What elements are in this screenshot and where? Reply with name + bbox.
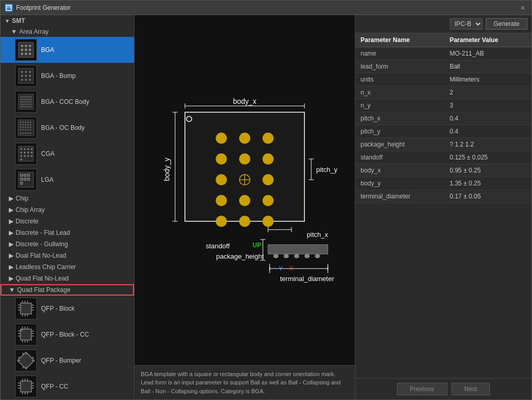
sidebar-item-qfp-block-cc[interactable]: QFP - Block - CC: [1, 322, 134, 348]
svg-point-170: [263, 133, 273, 143]
previous-button[interactable]: Previous: [397, 383, 447, 395]
svg-point-75: [22, 127, 24, 128]
description-text: BGA template with a square or rectangula…: [141, 371, 341, 394]
svg-point-61: [30, 106, 32, 108]
area-array-group[interactable]: ▼ Area Array: [1, 26, 134, 37]
sidebar-item-qfp-cc[interactable]: QFP - CC: [1, 374, 134, 399]
svg-point-67: [27, 122, 29, 123]
svg-rect-139: [24, 340, 25, 342]
sidebar-item-label-qfp-cc: QFP - CC: [41, 383, 68, 390]
param-value-cell: Millimeters: [444, 73, 531, 86]
param-value-cell: 0.4: [444, 112, 531, 125]
bga-oc-thumbnail: [15, 117, 37, 139]
svg-point-180: [240, 195, 250, 206]
svg-rect-138: [22, 340, 23, 342]
sidebar-category-dual-flat[interactable]: ▶ Dual Flat No-Lead: [1, 250, 134, 261]
svg-point-208: [315, 254, 320, 258]
param-name-cell: name: [355, 47, 444, 60]
svg-rect-99: [21, 155, 22, 157]
qfp-block-thumbnail: [15, 298, 37, 319]
svg-point-184: [263, 216, 273, 226]
discrete-gullwing-arrow: ▶: [9, 241, 14, 248]
svg-point-58: [24, 106, 26, 108]
dual-flat-arrow: ▶: [9, 252, 14, 259]
svg-rect-92: [24, 149, 25, 150]
svg-point-49: [30, 101, 32, 103]
svg-point-204: [273, 254, 278, 258]
quad-flat-package-arrow: ▼: [9, 286, 15, 294]
svg-point-88: [30, 132, 31, 134]
svg-point-60: [28, 106, 30, 108]
svg-point-2: [7, 6, 8, 7]
qfp-cc-thumbnail: [15, 376, 37, 397]
sidebar-item-cga[interactable]: CGA: [1, 141, 134, 167]
svg-rect-125: [24, 314, 25, 316]
svg-point-84: [20, 132, 21, 134]
param-value-cell: 0.17 ± 0.05: [444, 190, 531, 203]
svg-rect-145: [18, 360, 20, 361]
svg-rect-114: [21, 303, 32, 314]
sidebar-item-bga-coc[interactable]: BGA - COC Body: [1, 89, 134, 115]
next-button[interactable]: Next: [451, 383, 490, 395]
sidebar-category-leadless[interactable]: ▶ Leadless Chip Carrier: [1, 261, 134, 273]
sidebar-item-qfp-bumper[interactable]: QFP - Bumper: [1, 348, 134, 374]
left-panel: ▼ SMT ▼ Area Array: [1, 15, 135, 399]
sidebar-item-bga-bump[interactable]: BGA - Bump: [1, 63, 134, 89]
standard-select[interactable]: IPC-B IPC-A IPC-C: [450, 18, 483, 30]
app-icon: [5, 4, 13, 12]
svg-point-69: [20, 124, 21, 126]
svg-rect-124: [22, 314, 23, 316]
sidebar-category-discrete-gullwing[interactable]: ▶ Discrete - Gullwing: [1, 238, 134, 250]
svg-rect-132: [31, 330, 34, 331]
svg-point-172: [240, 154, 250, 164]
svg-point-52: [24, 103, 26, 105]
svg-rect-126: [27, 314, 28, 316]
svg-rect-98: [31, 152, 33, 153]
generate-button[interactable]: Generate: [486, 18, 527, 30]
sidebar-category-quad-flat-no-lead[interactable]: ▶ Quad Flat No-Lead: [1, 273, 134, 284]
svg-rect-120: [31, 310, 34, 311]
svg-rect-148: [22, 353, 23, 355]
leadless-label: Leadless Chip Carrier: [16, 263, 76, 271]
window-title: Footprint Generator: [16, 4, 71, 11]
svg-point-206: [294, 254, 299, 258]
sidebar-item-bga-oc[interactable]: BGA - OC Body: [1, 115, 134, 141]
svg-rect-134: [31, 336, 34, 337]
param-name-cell: pitch_y: [355, 125, 444, 138]
svg-point-3: [8, 6, 9, 7]
param-name-cell: body_x: [355, 164, 444, 177]
svg-text:UP: UP: [252, 242, 261, 249]
close-button[interactable]: ×: [518, 3, 527, 12]
sidebar-category-discrete[interactable]: ▶ Discrete: [1, 216, 134, 227]
svg-rect-137: [27, 327, 28, 329]
svg-point-11: [25, 45, 28, 47]
sidebar-item-lga[interactable]: LGA: [1, 167, 134, 193]
svg-point-59: [26, 106, 28, 108]
smt-section[interactable]: ▼ SMT: [1, 15, 134, 26]
table-row: unitsMillimeters: [355, 73, 531, 86]
sidebar-item-bga[interactable]: BGA: [1, 37, 134, 63]
svg-point-35: [26, 96, 28, 98]
sidebar-item-label-bga-bump: BGA - Bump: [41, 72, 76, 79]
sidebar-item-label-qfp-block-cc: QFP - Block - CC: [41, 331, 89, 338]
svg-point-38: [20, 99, 22, 100]
svg-point-39: [22, 99, 24, 100]
svg-rect-146: [32, 357, 34, 358]
svg-rect-130: [18, 333, 21, 334]
svg-point-79: [20, 129, 21, 130]
svg-point-7: [10, 7, 11, 8]
sidebar-category-discrete-flat[interactable]: ▶ Discrete - Flat Lead: [1, 227, 134, 238]
svg-rect-133: [31, 333, 34, 334]
svg-point-33: [22, 96, 24, 98]
svg-rect-101: [28, 155, 29, 157]
sidebar-category-chip-array[interactable]: ▶ Chip Array: [1, 204, 134, 216]
sidebar-category-chip[interactable]: ▶ Chip: [1, 193, 134, 204]
svg-point-74: [20, 127, 21, 128]
param-value-cell: Ball: [444, 60, 531, 73]
svg-rect-160: [22, 379, 23, 381]
chip-label: Chip: [16, 195, 29, 202]
chip-array-label: Chip Array: [16, 206, 45, 214]
param-value-cell: 0.4: [444, 125, 531, 138]
sidebar-category-quad-flat-package[interactable]: ▼ Quad Flat Package: [1, 284, 134, 296]
sidebar-item-qfp-block[interactable]: QFP - Block: [1, 296, 134, 322]
